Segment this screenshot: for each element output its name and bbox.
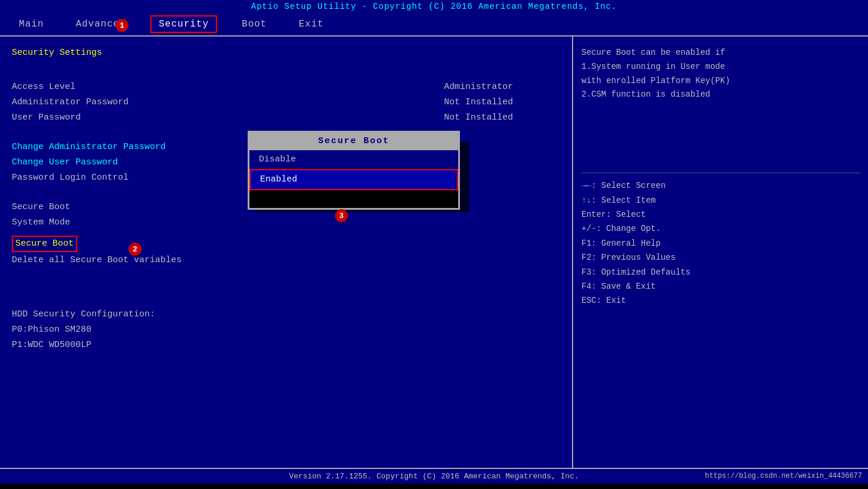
keybind-f3: F3: Optimized Defaults — [581, 266, 860, 279]
keybind-select-screen: →←: Select Screen — [581, 179, 860, 192]
hdd-section: HDD Security Configuration: — [12, 308, 560, 322]
left-panel: Security Settings Access Level Administr… — [0, 37, 572, 468]
title-bar: Aptio Setup Utility - Copyright (C) 2016… — [0, 0, 868, 13]
keybind-enter-select: Enter: Select — [581, 208, 860, 221]
access-level-row: Access Level Administrator — [12, 80, 560, 94]
admin-password-value: Not Installed — [444, 95, 513, 110]
popup-overlay: Secure Boot Disable Enabled — [248, 131, 460, 210]
keybind-esc: ESC: Exit — [581, 294, 860, 307]
access-level-label: Access Level — [12, 80, 75, 94]
title-text: Aptio Setup Utility - Copyright (C) 2016… — [251, 2, 617, 11]
secure-boot-highlighted[interactable]: Secure Boot — [12, 236, 77, 252]
popup-title: Secure Boot — [249, 133, 458, 150]
access-level-value: Administrator — [444, 80, 513, 94]
popup-box: Secure Boot Disable Enabled — [248, 131, 460, 210]
annotation-badge-1: 1 — [116, 19, 129, 32]
help-text: Secure Boot can be enabled if 1.System r… — [581, 46, 860, 102]
footer-text: Version 2.17.1255. Copyright (C) 2016 Am… — [289, 472, 578, 481]
menu-bar: Main Advanced Security Boot Exit — [0, 13, 868, 37]
menu-item-exit[interactable]: Exit — [291, 16, 330, 32]
password-login-control-label: Password Login Control — [12, 171, 129, 185]
menu-item-security[interactable]: Security — [150, 15, 217, 33]
keybind-select-item: ↑↓: Select Item — [581, 194, 860, 207]
footer-url: https://blog.csdn.net/weixin_44436677 — [705, 472, 862, 480]
user-password-value: Not Installed — [444, 111, 513, 125]
hdd-p0: P0:Phison SM280 — [12, 323, 560, 337]
delete-secure-boot[interactable]: Delete all Secure Boot variables — [12, 253, 560, 267]
footer: Version 2.17.1255. Copyright (C) 2016 Am… — [0, 468, 868, 484]
menu-item-main[interactable]: Main — [12, 16, 51, 32]
user-password-label: User Password — [12, 111, 81, 125]
right-panel: Secure Boot can be enabled if 1.System r… — [572, 37, 868, 468]
admin-password-row: Administrator Password Not Installed — [12, 95, 560, 110]
user-password-row: User Password Not Installed — [12, 111, 560, 125]
keybind-change-opt: +/-: Change Opt. — [581, 222, 860, 235]
annotation-badge-2: 2 — [129, 243, 142, 256]
section-title: Security Settings — [12, 46, 560, 60]
menu-item-boot[interactable]: Boot — [235, 16, 274, 32]
help-divider — [581, 173, 860, 173]
popup-option-disable[interactable]: Disable — [249, 150, 458, 169]
hdd-p1: P1:WDC WD5000LP — [12, 338, 560, 352]
admin-password-label: Administrator Password — [12, 95, 129, 110]
keybind-f4: F4: Save & Exit — [581, 280, 860, 293]
keybind-f1: F1: General Help — [581, 237, 860, 250]
popup-option-enabled[interactable]: Enabled — [249, 169, 458, 190]
system-mode-label: System Mode — [12, 216, 560, 230]
keybind-f2: F2: Previous Values — [581, 251, 860, 264]
annotation-badge-3: 3 — [335, 209, 348, 222]
